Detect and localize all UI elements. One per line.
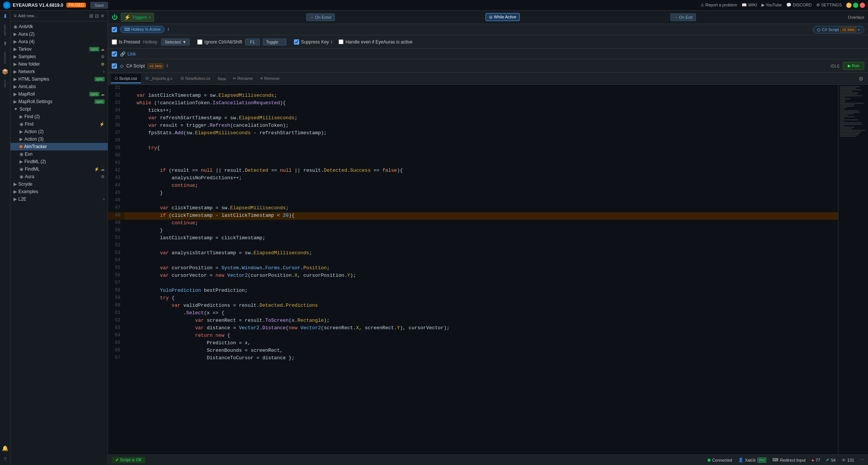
sidebar-item-new-folder[interactable]: ▶ New folder ⚙ xyxy=(10,60,108,68)
samples-settings-icon: ⚙ xyxy=(101,54,105,59)
status-user[interactable]: 👤 Xab3r Pro xyxy=(738,458,766,463)
pack-icon[interactable]: 📦 xyxy=(1,68,9,76)
cs-script-action-checkbox[interactable] xyxy=(112,63,117,69)
sidebar-item-action3[interactable]: ▶ Action (3) xyxy=(10,135,108,143)
sidebar-item-aura2[interactable]: ▶ Aura (2) xyxy=(10,30,108,38)
sidebar-item-findml2[interactable]: ▶ FindML (2) xyxy=(10,158,108,165)
status-eyes: 👁 131 xyxy=(842,458,854,462)
hotkey-label-text: Hotkey: xyxy=(143,39,159,45)
minimap[interactable] xyxy=(838,85,868,454)
action-cs-script-checkbox-label[interactable] xyxy=(112,51,117,57)
sidebar-item-maproll-settings[interactable]: ▶ MapRoll.Settings sync xyxy=(10,98,108,105)
new-file-button[interactable]: New xyxy=(215,75,229,82)
status-more[interactable]: ⋯ xyxy=(860,458,864,462)
report-problem-link[interactable]: ⚠ Report a problem xyxy=(700,3,737,8)
line-num-39: 39 xyxy=(108,145,125,152)
run-button[interactable]: ▶ Run xyxy=(843,62,864,70)
add-new-button[interactable]: Add new... xyxy=(18,14,88,18)
minimize-button[interactable] xyxy=(846,3,852,8)
status-connected[interactable]: Connected xyxy=(708,458,732,462)
line-num-44: 44 xyxy=(108,182,125,190)
cs-script-info-icon[interactable]: ● xyxy=(858,27,860,32)
toggle-select[interactable]: Toggle Hold Press xyxy=(263,39,286,45)
dot-count-icon: ● xyxy=(811,458,814,462)
sidebar-expand-icon[interactable]: ⊞ xyxy=(89,13,93,19)
line-content-52 xyxy=(125,242,838,250)
link-button[interactable]: 🔗 Link xyxy=(120,51,136,57)
notification-icon[interactable]: 🔔 xyxy=(1,444,9,452)
tab-imports[interactable]: ◇ _Imports.g.c xyxy=(142,74,177,83)
import-icon[interactable]: ⬇ xyxy=(1,12,9,20)
help-icon[interactable]: ? xyxy=(1,455,9,464)
sidebar-item-network[interactable]: ▶ Network › xyxy=(10,68,108,75)
sidebar-item-aimlabs[interactable]: ▶ AimLabs xyxy=(10,83,108,90)
tab-gear-button[interactable]: ⚙ xyxy=(857,74,865,83)
suppress-key-checkbox[interactable] xyxy=(294,39,299,45)
sidebar-item-findml[interactable]: ◉ FindML ⚡ ☁ xyxy=(10,165,108,173)
network-arrow-icon: › xyxy=(103,69,105,74)
sidebar-item-tarkov[interactable]: ▶ Tarkov sync ☁ xyxy=(10,45,108,53)
sidebar-item-examples[interactable]: ▶ Examples xyxy=(10,188,108,195)
discord-link[interactable]: 💬 DISCORD xyxy=(786,3,812,8)
sidebar-collapse-icon[interactable]: ≡ xyxy=(13,13,16,19)
export-icon[interactable]: ⬆ xyxy=(1,39,9,48)
tab-script-csx[interactable]: ◇ Script.csx xyxy=(111,74,141,83)
sidebar-item-html-samples[interactable]: ▶ HTML Samples sync xyxy=(10,75,108,83)
connected-label: Connected xyxy=(712,458,732,462)
tab-new-action[interactable]: ◇ NewAction.cs xyxy=(177,74,214,83)
line-num-42: 42 xyxy=(108,167,125,175)
ignore-ctrl-label[interactable]: Ignore Ctrl/Alt/Shift xyxy=(197,39,242,45)
l2e-icon: ▶ xyxy=(13,196,17,202)
is-pressed-label[interactable]: Is Pressed xyxy=(112,39,140,45)
sidebar-settings-icon[interactable]: ✕ xyxy=(100,13,105,19)
cs-script-action-checkbox-label[interactable] xyxy=(112,63,117,69)
sidebar-item-aura4[interactable]: ▶ Aura (4) xyxy=(10,38,108,45)
sidebar-item-l2e[interactable]: ▶ L2E › xyxy=(10,195,108,203)
sidebar-collapse-all-icon[interactable]: ⊟ xyxy=(95,13,99,19)
f1-key-button[interactable]: F1 xyxy=(245,39,260,45)
close-button[interactable] xyxy=(860,3,865,8)
handle-even-label: Handle even if EyeAuras is active xyxy=(345,39,412,45)
sidebar-item-find[interactable]: ◉ Find ⚡ xyxy=(10,120,108,128)
sidebar-item-samples[interactable]: ▶ Samples ⚙ xyxy=(10,53,108,60)
code-editor[interactable]: 31 32 var lastClickTimestamp = sw.Elapse… xyxy=(108,85,838,454)
remove-file-button[interactable]: ✕ Remove xyxy=(257,75,283,82)
is-pressed-checkbox[interactable] xyxy=(112,39,117,45)
hotkey-active-checkbox[interactable] xyxy=(112,27,117,32)
settings-link[interactable]: ⚙ SETTINGS xyxy=(816,3,842,8)
sidebar-item-exn[interactable]: ◉ Exn xyxy=(10,150,108,158)
wiki-link[interactable]: 📖 WIKI xyxy=(742,3,757,8)
sidebar-item-script[interactable]: ▼ Script xyxy=(10,105,108,113)
while-active-node[interactable]: ◎ While Active xyxy=(486,13,520,21)
ignore-ctrl-checkbox[interactable] xyxy=(197,39,202,45)
on-enter-node[interactable]: → On Enter xyxy=(306,14,335,21)
action-info-icon[interactable]: ℹ xyxy=(166,63,168,68)
sidebar-item-scryde[interactable]: ▶ Scryde xyxy=(10,180,108,188)
status-redirect-input[interactable]: ⌨ Redirect Input xyxy=(772,458,805,462)
on-exit-node[interactable]: → On Exit xyxy=(670,14,696,21)
save-button[interactable]: Save xyxy=(90,2,108,9)
cs-script-node[interactable]: ◇ C# Script v3, beta ● xyxy=(813,26,864,33)
aura-inner-icon: ◉ xyxy=(19,174,23,179)
youtube-link[interactable]: ▶ YouTube xyxy=(762,3,782,8)
maximize-button[interactable] xyxy=(853,3,858,8)
action-cs-script-checkbox[interactable] xyxy=(112,51,117,57)
mini-line xyxy=(840,122,861,123)
handle-even-checkbox[interactable] xyxy=(339,39,343,44)
triggers-button[interactable]: ⚡ Triggers + xyxy=(121,13,154,22)
hotkey-info-icon[interactable]: ℹ xyxy=(168,27,169,32)
sidebar-item-aura-inner[interactable]: ◉ Aura ⚙ xyxy=(10,173,108,180)
line-content-64: return new { xyxy=(125,332,838,340)
sidebar-item-aimtracker[interactable]: AimTracker xyxy=(10,143,108,150)
sidebar-item-action2[interactable]: ▶ Action (2) xyxy=(10,128,108,135)
overlays-button[interactable]: Overlays xyxy=(848,15,864,20)
main-layout: ⬇ IMPORT ⬆ EXPORT 📦 PACK 🔔 ? ≡ Add new..… xyxy=(0,10,868,465)
hotkey-active-node[interactable]: ⌨ Hotkey Is Active xyxy=(120,26,165,33)
suppress-info-icon[interactable]: ℹ xyxy=(331,39,333,45)
rename-file-button[interactable]: ✏ Rename xyxy=(230,75,256,82)
sidebar-item-find2[interactable]: ▶ Find (2) xyxy=(10,113,108,120)
sidebar-item-maproll[interactable]: ▶ MapRoll sync ☁ xyxy=(10,90,108,98)
power-icon[interactable]: ⏻ xyxy=(112,14,118,21)
selected-dropdown[interactable]: Selected ▼ xyxy=(161,39,190,45)
sidebar-item-antifk[interactable]: ◉ AntiAfk xyxy=(10,23,108,30)
